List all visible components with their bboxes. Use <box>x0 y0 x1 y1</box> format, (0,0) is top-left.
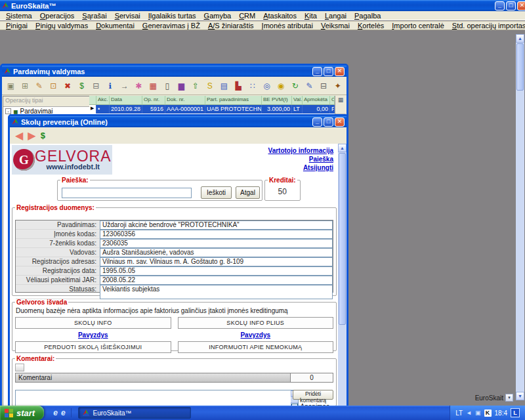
column-header[interactable]: Data <box>110 96 142 104</box>
nav-link[interactable]: Vartotojo informacija <box>268 146 333 155</box>
scroll-up-icon[interactable]: ▲ <box>338 144 346 152</box>
inform-insolvency-button[interactable]: INFORMUOTI APIE NEMOKUMĄ <box>178 341 334 353</box>
add-comment-button[interactable]: Pridėti komentarą <box>293 390 333 400</box>
menu-item[interactable]: Generavimas į BŽ <box>138 22 204 30</box>
chart-icon[interactable]: ▆ <box>175 78 188 93</box>
info-icon[interactable]: ℹ <box>104 78 117 93</box>
flower-doc-icon[interactable]: ✱ <box>132 78 146 93</box>
menu-item[interactable]: Kortelės <box>354 22 388 30</box>
back-arrow-icon[interactable]: ◀ <box>15 131 23 141</box>
minimize-button[interactable]: _ <box>495 1 505 10</box>
new-record-icon[interactable]: ✎ <box>32 78 46 93</box>
table-icon[interactable]: ▦ <box>335 96 346 103</box>
blue-form-icon[interactable]: ▤ <box>217 78 231 93</box>
back-button[interactable]: Atgal <box>236 186 260 199</box>
content-scrollbar[interactable]: ▲ ▼ <box>338 144 346 420</box>
menu-item[interactable]: Įmonės atributai <box>258 22 317 30</box>
link-form-icon[interactable]: ⊞ <box>18 78 32 93</box>
refresh-icon[interactable]: ↻ <box>288 78 302 93</box>
collapse-icon[interactable]: - <box>5 108 11 114</box>
debt-info-button[interactable]: SKOLŲ INFO <box>15 317 171 329</box>
column-header[interactable] <box>89 96 96 104</box>
menu-item[interactable]: Operacijos <box>36 12 79 20</box>
debt-info-plus-button[interactable]: SKOLŲ INFO PLIUS <box>178 317 334 329</box>
column-header[interactable]: Val. <box>292 96 303 104</box>
print-icon[interactable]: ⊟ <box>317 78 331 93</box>
column-header[interactable]: Apmokėta <box>303 96 330 104</box>
column-header[interactable]: Akc. ? <box>96 96 110 104</box>
example-link[interactable]: Pavyzdys <box>178 331 334 339</box>
keyboard-layout-icon[interactable]: L <box>511 408 520 417</box>
menu-item[interactable]: Gamyba <box>200 12 236 20</box>
antivirus-icon[interactable]: K <box>484 410 492 417</box>
chevron-down-icon[interactable]: ▾ <box>505 394 513 402</box>
menu-item[interactable]: Kita <box>301 12 321 20</box>
scroll-up-icon[interactable]: ▲ <box>516 34 524 43</box>
cash-register-icon[interactable]: ▙ <box>232 78 245 93</box>
delivery-icon[interactable]: → <box>117 78 131 93</box>
menu-item[interactable]: Veiksmai <box>317 22 354 30</box>
language-indicator[interactable]: LT <box>455 410 463 417</box>
menu-item[interactable]: Servisai <box>111 12 144 20</box>
example-link[interactable]: Pavyzdys <box>15 331 171 339</box>
print-form-icon[interactable]: ⊟ <box>89 78 103 93</box>
menu-item[interactable]: Dokumentai <box>92 22 138 30</box>
internet-explorer-icon[interactable]: e <box>53 408 58 417</box>
messenger-icon[interactable]: ◄ <box>466 410 472 416</box>
menu-item[interactable]: Std. operacijų importas <box>448 22 525 30</box>
close-button[interactable]: ✕ <box>517 1 525 10</box>
minimize-button[interactable]: _ <box>312 117 322 127</box>
menu-item[interactable]: Ilgalaikis turtas <box>144 12 200 20</box>
close-button[interactable]: ✕ <box>335 117 345 127</box>
start-button[interactable]: start <box>0 406 44 420</box>
taskbar-button-euroskaita[interactable]: EuroSkaita™ <box>78 407 191 419</box>
table-row[interactable]: ▶ • 2010.09.28 5916 AAA-0000001 UAB PROT… <box>89 105 335 114</box>
menu-item[interactable]: Pinigų valdymas <box>32 22 92 30</box>
properties-icon[interactable]: ▣ <box>4 78 18 93</box>
menu-item[interactable]: Ataskaitos <box>259 12 301 20</box>
maximize-button[interactable]: □ <box>324 117 333 127</box>
maximize-button[interactable]: □ <box>506 1 516 10</box>
column-header[interactable]: Op. nr. <box>142 96 165 104</box>
column-header[interactable]: BE PVM(I) <box>262 96 292 104</box>
menu-item[interactable]: Langai <box>321 12 350 20</box>
nav-link[interactable]: Paieška <box>268 155 333 163</box>
scrollbar-thumb[interactable] <box>516 43 524 91</box>
coins-icon[interactable]: ◉ <box>274 78 288 93</box>
menu-item[interactable]: Sistema <box>2 12 36 20</box>
online-money-icon[interactable]: $ <box>41 131 45 140</box>
menu-item[interactable]: Sąrašai <box>78 12 110 20</box>
zoom-icon[interactable]: ◎ <box>260 78 274 93</box>
calendar-icon[interactable]: ▦ <box>146 78 160 93</box>
wizard-icon[interactable]: ✦ <box>331 78 345 93</box>
money-icon[interactable]: $ <box>75 78 89 93</box>
copy-record-icon[interactable]: ⊡ <box>47 78 60 93</box>
close-button[interactable]: ✕ <box>335 67 345 76</box>
document-icon[interactable]: ▯ <box>160 78 174 93</box>
column-header[interactable]: Part. pavadinimas <box>205 96 262 104</box>
scroll-down-icon[interactable]: ▼ <box>516 392 524 400</box>
minimize-button[interactable]: _ <box>312 67 322 76</box>
scrollbar-thumb[interactable] <box>339 153 346 325</box>
search-input[interactable] <box>62 188 192 198</box>
comments-tool-icon[interactable] <box>15 364 24 371</box>
forward-arrow-icon[interactable]: ▶ <box>28 131 35 141</box>
search-button[interactable]: Ieškoti <box>201 186 232 199</box>
money-band-icon[interactable]: S <box>203 78 217 93</box>
nav-link[interactable]: Atsijungti <box>268 163 333 172</box>
menu-item[interactable]: Pinigai <box>2 22 32 30</box>
menu-item[interactable]: Importo centralė <box>388 22 448 30</box>
delete-record-icon[interactable]: ✖ <box>61 78 75 93</box>
mdi-scrollbar[interactable]: ▲ ▼ <box>516 34 524 400</box>
column-header[interactable]: Op. trumpa <box>330 96 335 104</box>
import-icon[interactable]: ⇧ <box>189 78 203 93</box>
menu-item[interactable]: Pagalba <box>350 12 385 20</box>
transfer-debt-button[interactable]: PERDUOTI SKOLĄ IŠIEŠKOJIMUI <box>15 341 171 353</box>
maximize-button[interactable]: □ <box>324 67 333 76</box>
grid-icon[interactable]: ∷ <box>245 78 259 93</box>
browser-icon[interactable]: e <box>61 408 66 417</box>
edit-doc-icon[interactable]: ✎ <box>303 78 316 93</box>
network-icon[interactable]: ▣ <box>475 410 481 416</box>
menu-item[interactable]: A/S žiniaraštis <box>204 22 258 30</box>
column-header[interactable]: Dok. nr. <box>165 96 205 104</box>
